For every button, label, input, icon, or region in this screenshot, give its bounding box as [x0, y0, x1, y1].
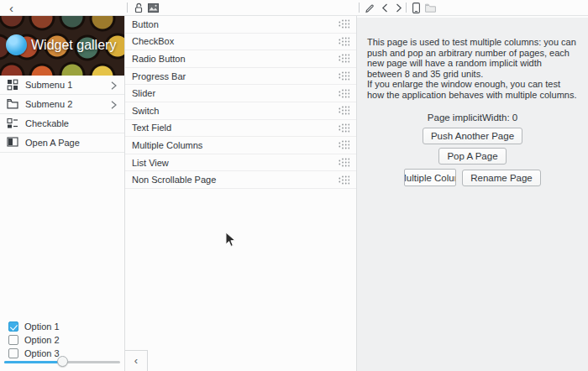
toolbar-separator	[406, 3, 407, 13]
page-controls: Page implicitWidth: 0 Push Another Page …	[357, 112, 588, 186]
sidebar-divider	[124, 0, 125, 371]
drag-handle-icon[interactable]	[339, 106, 349, 115]
drawer-options: Option 1 Option 2 Option 3	[8, 320, 118, 360]
list-item-label: Button	[132, 19, 339, 29]
checkbox-unchecked-icon[interactable]	[8, 335, 18, 345]
collapse-chevron: ‹	[134, 355, 138, 367]
list-item-label: List View	[132, 158, 339, 168]
folder-icon	[7, 98, 18, 110]
list-item-label: Slider	[132, 88, 339, 98]
app-logo-icon	[6, 34, 27, 55]
sidebar-item-submenu-1[interactable]: Submenu 1	[0, 76, 124, 95]
push-another-page-button[interactable]: Push Another Page	[423, 128, 522, 144]
page-body: This page is used to test multiple colum…	[357, 18, 588, 371]
multiple-columns-page: This page is used to test multiple colum…	[357, 16, 588, 371]
option-row[interactable]: Option 1	[8, 320, 118, 333]
image-icon[interactable]	[147, 2, 160, 14]
sidebar-item-label: Submenu 2	[25, 99, 110, 109]
rename-page-field[interactable]: Multiple Columns	[404, 169, 456, 186]
list-item-label: Switch	[132, 106, 339, 116]
page-divider	[356, 0, 357, 371]
chevron-right-icon	[110, 101, 118, 108]
global-toolbar: ‹	[0, 0, 588, 16]
rename-page-field-value: Multiple Columns	[404, 173, 456, 183]
drawer-banner: Widget gallery	[0, 16, 124, 76]
sidebar-item-label: Submenu 1	[25, 80, 110, 90]
list-item-checkbox[interactable]: CheckBox	[125, 34, 356, 51]
sidebar-item-submenu-2[interactable]: Submenu 2	[0, 95, 124, 114]
back-icon[interactable]: ‹	[5, 2, 18, 14]
drag-handle-icon[interactable]	[339, 19, 349, 29]
drawer-slider[interactable]	[4, 356, 120, 368]
list-item-slider[interactable]: Slider	[125, 85, 356, 102]
list-item-text-field[interactable]: Text Field	[125, 120, 356, 138]
list-item-label: Non Scrollable Page	[132, 175, 339, 185]
drag-handle-icon[interactable]	[339, 158, 349, 167]
drag-handle-icon[interactable]	[339, 71, 349, 81]
list-item-list-view[interactable]: List View	[125, 154, 356, 172]
gallery-list-page: Button CheckBox Radio Button	[125, 16, 356, 371]
drag-handle-icon[interactable]	[339, 37, 349, 46]
checkbox-checked-icon[interactable]	[8, 321, 18, 332]
phone-icon[interactable]	[410, 2, 423, 14]
rename-page-button[interactable]: Rename Page	[462, 170, 541, 186]
list-item-label: Text Field	[132, 123, 339, 133]
list-item-switch[interactable]: Switch	[125, 102, 356, 120]
page-icon	[7, 137, 18, 149]
sidebar-item-open-a-page[interactable]: Open A Page	[0, 133, 124, 153]
sidebar-item-label: Open A Page	[25, 138, 118, 148]
drag-handle-icon[interactable]	[339, 140, 349, 149]
back-chevron: ‹	[9, 3, 13, 14]
mouse-cursor	[225, 232, 236, 249]
toolbar-separator	[359, 3, 360, 13]
drag-handle-icon[interactable]	[339, 54, 349, 63]
drag-handle-icon[interactable]	[339, 89, 349, 98]
option-label: Option 1	[24, 321, 60, 332]
page-description-2: If you enlarge the window enough, you ca…	[367, 79, 578, 100]
implicit-width-label: Page implicitWidth: 0	[357, 112, 588, 123]
drag-handle-icon[interactable]	[339, 123, 349, 133]
drawer-title: Widget gallery	[31, 38, 116, 53]
slider-handle[interactable]	[57, 356, 68, 367]
option-row[interactable]: Option 2	[8, 333, 118, 347]
edit-icon[interactable]	[363, 2, 375, 14]
list-item-radio-button[interactable]: Radio Button	[125, 50, 356, 68]
list-item-label: Progress Bar	[132, 71, 339, 81]
lock-open-icon[interactable]	[132, 2, 144, 14]
pop-a-page-button[interactable]: Pop A Page	[438, 148, 506, 165]
chevron-right-icon[interactable]	[392, 2, 405, 14]
list-item-button[interactable]: Button	[125, 16, 356, 34]
drawer-menu: Submenu 1 Submenu 2	[0, 76, 124, 153]
drawer-collapse-button[interactable]: ‹	[125, 350, 148, 371]
toolbar-separator	[127, 3, 128, 13]
chevron-right-icon	[110, 81, 118, 89]
list-item-label: Radio Button	[132, 54, 339, 64]
chevron-left-icon[interactable]	[378, 2, 391, 14]
sidebar-item-checkable[interactable]: Checkable	[0, 114, 124, 133]
list-item-label: CheckBox	[132, 36, 339, 46]
global-drawer: Widget gallery Submenu 1	[0, 16, 124, 371]
page-description-1: This page is used to test multiple colum…	[367, 37, 578, 79]
drag-handle-icon[interactable]	[339, 175, 349, 185]
grid-icon	[7, 79, 18, 91]
checklist-icon	[7, 118, 18, 129]
sidebar-item-label: Checkable	[25, 118, 118, 128]
list-item-label: Multiple Columns	[132, 140, 339, 150]
list-item-multiple-columns[interactable]: Multiple Columns	[125, 137, 356, 154]
list-item-non-scrollable-page[interactable]: Non Scrollable Page	[125, 171, 356, 189]
slider-fill	[4, 361, 63, 363]
list-item-progress-bar[interactable]: Progress Bar	[125, 68, 356, 86]
folder-icon[interactable]	[424, 2, 437, 14]
option-label: Option 2	[24, 335, 60, 345]
